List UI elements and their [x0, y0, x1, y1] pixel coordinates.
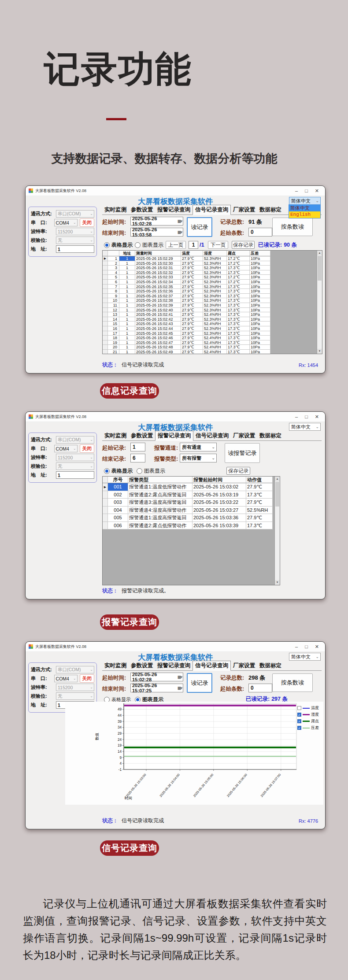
scrollbar-thumb[interactable] [318, 256, 322, 281]
read-records-button[interactable]: 读记录 [187, 673, 212, 693]
table-row[interactable]: 312025-05-26 15:02:3127.9℃52.3%RH17.3℃10… [103, 266, 322, 270]
comm-field-select[interactable]: COM4⌄ [54, 675, 78, 682]
close-icon[interactable]: ✕ [315, 644, 319, 650]
scrollbar-thumb[interactable] [275, 482, 279, 507]
read-by-count-button[interactable]: 按条数读 [272, 673, 313, 692]
tab-信号记录查询[interactable]: 信号记录查询 [193, 431, 231, 440]
table-row[interactable]: 002报警通道2:露点高报警返回2025-05-26 15:03:1917.3℃ [103, 491, 280, 499]
table-row[interactable]: 006报警通道2:露点低报警动作2025-05-26 15:03:3917.3℃ [103, 522, 280, 530]
table-row[interactable]: 512025-05-26 15:02:3327.9℃52.3%RH17.2℃10… [103, 275, 322, 280]
table-row[interactable]: 1512025-05-26 15:02:4327.9℃52.4%RH17.3℃1… [103, 322, 322, 326]
comm-field-select[interactable]: 115200⌄ [56, 228, 94, 235]
save-records-button[interactable]: 保存记录 [232, 241, 255, 249]
table-row[interactable]: 1312025-05-26 15:02:4127.9℃52.4%RH17.3℃1… [103, 312, 322, 317]
language-option[interactable]: English [289, 211, 320, 218]
table-row[interactable]: 004报警通道4:湿度高报警动作2025-05-26 15:03:2752.5%… [103, 507, 280, 514]
read-by-count-button[interactable]: 按条数读 [272, 218, 313, 236]
legend-checkbox[interactable]: ✓ [297, 726, 301, 730]
tab-数据标定[interactable]: 数据标定 [257, 205, 284, 214]
legend-checkbox[interactable]: ✓ [297, 713, 301, 717]
minimize-icon[interactable]: – [295, 414, 298, 420]
comm-field-input[interactable]: 1 [56, 245, 94, 253]
read-records-button[interactable]: 读记录 [187, 217, 212, 237]
tab-参数设置[interactable]: 参数设置 [129, 661, 155, 670]
end-record-input[interactable]: 6 [130, 454, 145, 462]
table-row[interactable]: 2012025-05-26 15:02:4827.9℃52.4%RH17.3℃1… [103, 345, 322, 350]
close-port-button[interactable]: 关闭 [80, 218, 94, 227]
start-time-input[interactable]: 2025-05-26 15:02:28 ▦▾ [130, 673, 183, 681]
table-scrollbar[interactable]: ▲ ▼ [317, 251, 322, 354]
table-row[interactable]: 612025-05-26 15:02:3427.9℃52.3%RH17.2℃10… [103, 280, 322, 285]
start-record-input[interactable]: 1 [130, 443, 145, 451]
table-scrollbar[interactable]: ▲ ▼ [274, 477, 280, 585]
alarm-channel-select[interactable]: 所有通道 ⌄ [180, 443, 217, 451]
tab-厂家设置[interactable]: 厂家设置 [231, 661, 257, 670]
table-row[interactable]: 212025-05-26 15:02:3027.9℃52.3%RH17.2℃10… [103, 261, 322, 266]
comm-field-select[interactable]: COM4⌄ [54, 219, 78, 226]
comm-field-input[interactable]: 1 [56, 471, 94, 479]
radio-chart-display[interactable]: 图表显示 [137, 467, 165, 474]
tab-数据标定[interactable]: 数据标定 [257, 661, 284, 670]
language-select[interactable]: 简体中文 ⌄ [289, 423, 321, 431]
comm-field-select[interactable]: 115200⌄ [56, 684, 94, 691]
radio-chart-display[interactable]: 图表显示 [135, 241, 163, 248]
table-row[interactable]: ▶001报警通道1:温度低报警动作2025-05-26 15:03:0227.9… [103, 483, 280, 491]
language-option[interactable]: 简体中文 [289, 205, 320, 211]
tab-报警记录查询[interactable]: 报警记录查询 [155, 661, 193, 670]
tab-报警记录查询[interactable]: 报警记录查询 [155, 431, 193, 441]
radio-table-display[interactable]: 表格显示 [104, 241, 133, 248]
comm-field-select[interactable]: 无⌄ [56, 237, 94, 244]
close-port-button[interactable]: 关闭 [80, 444, 94, 453]
table-row[interactable]: ▶112025-05-26 15:02:2927.9℃52.3%RH17.2℃1… [103, 256, 322, 261]
maximize-icon[interactable]: □ [305, 188, 308, 194]
maximize-icon[interactable]: □ [305, 644, 308, 650]
table-row[interactable]: 712025-05-26 15:02:3527.9℃52.3%RH17.3℃10… [103, 285, 322, 289]
table-row[interactable]: 1412025-05-26 15:02:4227.9℃52.3%RH17.3℃1… [103, 317, 322, 322]
scroll-down-icon[interactable]: ▼ [275, 580, 280, 585]
read-alarm-records-button[interactable]: 读报警记录 [225, 443, 260, 463]
language-select[interactable]: 简体中文 ⌄ [289, 653, 321, 661]
comm-field-select[interactable]: 115200⌄ [56, 454, 94, 461]
table-row[interactable]: 2112025-05-26 15:02:4927.9℃52.4%RH17.3℃1… [103, 350, 322, 354]
tab-实时监测[interactable]: 实时监测 [102, 431, 129, 440]
table-row[interactable]: 005报警通道1:温度高报警返回2025-05-26 15:03:3627.9℃ [103, 514, 280, 522]
table-row[interactable]: 1212025-05-26 15:02:4027.9℃52.3%RH17.3℃1… [103, 308, 322, 313]
tab-实时监测[interactable]: 实时监测 [102, 661, 129, 670]
page-number-input[interactable]: 1 [189, 241, 198, 249]
start-index-input[interactable]: 0 [248, 684, 272, 692]
end-time-input[interactable]: 2025-05-26 15:03:58 ▦▾ [130, 228, 183, 237]
next-page-button[interactable]: 下一页 [208, 241, 228, 249]
table-row[interactable]: 1712025-05-26 15:02:4527.9℃52.3%RH17.3℃1… [103, 331, 322, 336]
prev-page-button[interactable]: 上一页 [166, 241, 186, 249]
maximize-icon[interactable]: □ [305, 414, 308, 420]
save-records-button[interactable]: 保存记录 [226, 467, 250, 475]
tab-数据标定[interactable]: 数据标定 [257, 431, 284, 440]
legend-checkbox[interactable]: ✓ [297, 719, 301, 723]
end-time-input[interactable]: 2025-05-26 15:07:25 ▦▾ [130, 684, 183, 692]
comm-field-select[interactable]: 无⌄ [56, 462, 94, 470]
table-row[interactable]: 003报警通道3:温度高报警返回2025-05-26 15:03:2227.9℃ [103, 499, 280, 507]
tab-信号记录查询[interactable]: 信号记录查询 [193, 205, 231, 215]
close-icon[interactable]: ✕ [315, 414, 319, 420]
legend-checkbox[interactable] [297, 706, 301, 710]
language-select[interactable]: 简体中文 ⌄ [289, 197, 321, 205]
minimize-icon[interactable]: – [295, 188, 298, 194]
table-row[interactable]: 1912025-05-26 15:02:4727.9℃52.4%RH17.3℃1… [103, 340, 322, 345]
start-index-input[interactable]: 0 [248, 228, 272, 237]
minimize-icon[interactable]: – [295, 644, 298, 650]
table-row[interactable]: 412025-05-26 15:02:3227.9℃52.3%RH17.3℃10… [103, 270, 322, 275]
comm-field-select[interactable]: 串口(COM)⌄ [56, 666, 94, 673]
comm-field-select[interactable]: 串口(COM)⌄ [56, 436, 94, 444]
table-row[interactable]: 1812025-05-26 15:02:4627.9℃52.4%RH17.3℃1… [103, 336, 322, 340]
close-icon[interactable]: ✕ [315, 188, 319, 194]
scroll-up-icon[interactable]: ▲ [317, 251, 322, 255]
calendar-icon[interactable]: ▦▾ [178, 219, 183, 223]
calendar-icon[interactable]: ▦▾ [178, 675, 183, 679]
close-port-button[interactable]: 关闭 [80, 674, 94, 683]
tab-参数设置[interactable]: 参数设置 [129, 431, 155, 440]
tab-信号记录查询[interactable]: 信号记录查询 [193, 661, 231, 671]
scroll-down-icon[interactable]: ▼ [317, 349, 322, 354]
comm-field-select[interactable]: 无⌄ [56, 692, 94, 700]
scroll-up-icon[interactable]: ▲ [275, 477, 280, 481]
comm-field-select[interactable]: 串口(COM)⌄ [56, 210, 94, 218]
